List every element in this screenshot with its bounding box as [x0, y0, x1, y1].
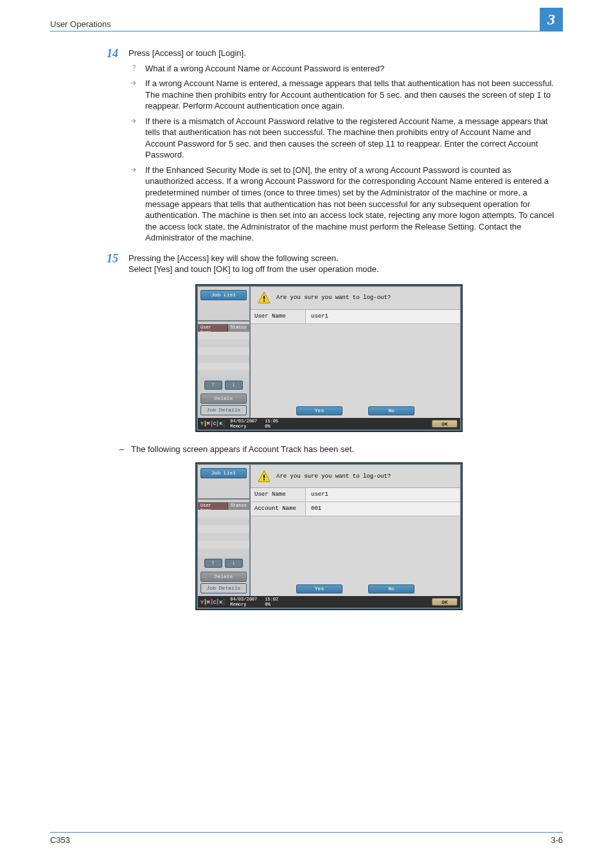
- panel-footer: Y M C K 04/03/2007 Memory 15:05 0% OK: [198, 418, 460, 429]
- question-icon: [129, 63, 139, 75]
- yes-button[interactable]: Yes: [296, 406, 342, 415]
- logout-message: Are you sure you want to log-out?: [276, 294, 391, 301]
- step-body: Press [Access] or touch [Login]. What if…: [129, 48, 556, 244]
- status-col-user: User Name: [198, 324, 228, 332]
- status-rows: [198, 332, 249, 378]
- toner-m-icon: [211, 599, 213, 605]
- job-details-button[interactable]: Job Details: [200, 405, 247, 415]
- toner-levels: Y M C K: [200, 599, 225, 605]
- toner-k-icon: [223, 599, 225, 605]
- status-col-status: Status: [228, 324, 249, 332]
- yes-button[interactable]: Yes: [296, 584, 342, 593]
- toner-c-icon: [217, 599, 218, 605]
- user-name-value: user1: [306, 310, 460, 323]
- svg-rect-0: [263, 296, 265, 300]
- user-name-value: user1: [306, 488, 460, 502]
- step-line1: Pressing the [Access] key will show the …: [129, 253, 556, 264]
- svg-rect-1: [263, 300, 265, 302]
- dash-note: – The following screen appears if Accoun…: [118, 444, 556, 455]
- user-name-label: User Name: [251, 310, 306, 323]
- job-details-button[interactable]: Job Details: [200, 583, 247, 593]
- toner-c-icon: [217, 420, 218, 427]
- svg-rect-3: [263, 479, 265, 480]
- dash-marker: –: [118, 444, 125, 455]
- page-content: 14 Press [Access] or touch [Login]. What…: [102, 48, 556, 610]
- ok-button[interactable]: OK: [432, 420, 458, 428]
- footer-date: 04/03/2007 Memory: [230, 419, 257, 429]
- arrow-up-button[interactable]: ↑: [204, 381, 222, 390]
- page-footer: C353 3-6: [50, 832, 563, 845]
- status-header: User Name Status: [198, 502, 249, 510]
- no-button[interactable]: No: [368, 584, 414, 593]
- page-header: User Operations 3: [50, 19, 563, 32]
- toner-levels: Y M C K: [200, 420, 225, 427]
- footer-date: 04/03/2007 Memory: [230, 597, 257, 607]
- note-text: If there is a mismatch of Account Passwo…: [145, 116, 556, 161]
- step-number: 14: [102, 48, 118, 244]
- dash-text: The following screen appears if Account …: [131, 444, 354, 455]
- arrow-icon: [129, 78, 139, 112]
- status-header: User Name Status: [198, 324, 249, 332]
- note-answer-2: If there is a mismatch of Account Passwo…: [129, 116, 556, 161]
- warning-icon: [257, 291, 271, 305]
- note-text: If a wrong Account Name is entered, a me…: [145, 78, 556, 112]
- step-14: 14 Press [Access] or touch [Login]. What…: [102, 48, 556, 244]
- status-col-user: User Name: [198, 502, 228, 510]
- note-text: What if a wrong Account Name or Account …: [145, 63, 556, 75]
- warning-icon: [257, 469, 271, 484]
- header-title: User Operations: [50, 19, 111, 29]
- arrow-down-button[interactable]: ↓: [225, 381, 243, 390]
- note-answer-3: If the Enhanced Security Mode is set to …: [129, 165, 556, 244]
- arrow-icon: [129, 165, 139, 244]
- step-text: Press [Access] or touch [Login].: [129, 48, 556, 59]
- arrow-down-button[interactable]: ↓: [225, 559, 243, 568]
- panel-footer: Y M C K 04/03/2007 Memory 15:02 0% OK: [198, 596, 460, 608]
- note-list: What if a wrong Account Name or Account …: [129, 63, 556, 244]
- delete-button[interactable]: Delete: [200, 572, 247, 582]
- note-question: What if a wrong Account Name or Account …: [129, 63, 556, 75]
- footer-time: 15:02 0%: [265, 597, 278, 607]
- chapter-badge: 3: [540, 8, 563, 31]
- footer-left: C353: [50, 835, 70, 845]
- arrow-icon: [129, 116, 139, 161]
- status-rows: [198, 510, 249, 556]
- account-name-value: 001: [306, 502, 460, 516]
- logout-panel-1: Job List User Name Status ↑ ↓: [195, 284, 463, 432]
- logout-panel-2: Job List User Name Status ↑ ↓: [195, 462, 463, 610]
- account-name-row: Account Name 001: [251, 502, 460, 516]
- account-name-label: Account Name: [251, 502, 306, 516]
- footer-time: 15:05 0%: [265, 419, 278, 429]
- step-line2: Select [Yes] and touch [OK] to log off f…: [129, 264, 556, 275]
- step-15: 15 Pressing the [Access] key will show t…: [102, 253, 556, 275]
- job-list-button[interactable]: Job List: [200, 468, 247, 478]
- user-name-label: User Name: [251, 488, 306, 502]
- toner-k-icon: [223, 420, 225, 427]
- footer-right: 3-6: [551, 835, 563, 845]
- logout-message: Are you sure you want to log-out?: [276, 473, 391, 480]
- panel-sidebar: Job List User Name Status ↑ ↓: [198, 465, 251, 596]
- panel-main: Are you sure you want to log-out? User N…: [251, 287, 460, 418]
- note-text: If the Enhanced Security Mode is set to …: [145, 165, 556, 244]
- no-button[interactable]: No: [368, 406, 414, 415]
- step-number: 15: [102, 253, 118, 275]
- arrow-up-button[interactable]: ↑: [204, 559, 222, 568]
- ok-button[interactable]: OK: [432, 598, 458, 606]
- panel-main: Are you sure you want to log-out? User N…: [251, 465, 460, 596]
- toner-m-icon: [211, 420, 213, 427]
- step-body: Pressing the [Access] key will show the …: [129, 253, 556, 275]
- status-col-status: Status: [228, 502, 249, 510]
- svg-rect-2: [263, 475, 265, 478]
- user-name-row: User Name user1: [251, 488, 460, 502]
- delete-button[interactable]: Delete: [200, 393, 247, 404]
- note-answer-1: If a wrong Account Name is entered, a me…: [129, 78, 556, 112]
- toner-y-icon: [204, 599, 206, 605]
- job-list-button[interactable]: Job List: [200, 290, 247, 300]
- panel-sidebar: Job List User Name Status ↑ ↓: [198, 287, 251, 418]
- user-name-row: User Name user1: [251, 310, 460, 324]
- toner-y-icon: [204, 420, 206, 427]
